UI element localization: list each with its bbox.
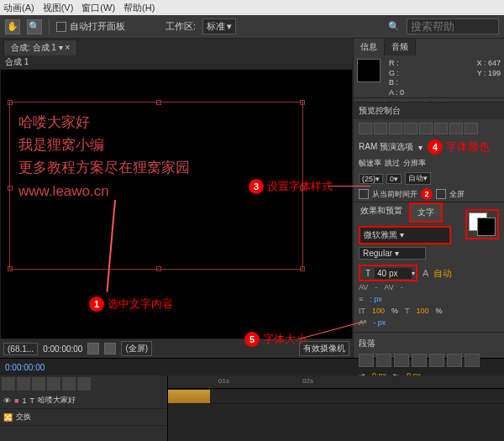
timecode-display[interactable]: 0:00:00:00: [43, 344, 82, 354]
stroke-color[interactable]: [477, 218, 496, 236]
info-panel-tabs: 信息 音频: [354, 39, 504, 55]
handle-icon[interactable]: [300, 100, 305, 105]
auto-open-checkbox[interactable]: 自动打开面板: [56, 20, 125, 33]
next-frame-icon[interactable]: [404, 123, 417, 134]
from-current-checkbox[interactable]: 从当前时间开: [359, 189, 417, 200]
tl-tool-icon[interactable]: [2, 377, 15, 391]
first-frame-icon[interactable]: [359, 123, 372, 134]
menu-view[interactable]: 视图(V): [43, 2, 74, 14]
menu-window[interactable]: 窗口(W): [81, 2, 115, 14]
handle-icon[interactable]: [8, 266, 13, 271]
badge-2: 2: [421, 188, 433, 200]
camera-dropdown[interactable]: 有效摄像机: [299, 341, 349, 356]
fullscreen-checkbox[interactable]: 全屏: [436, 189, 465, 200]
workspace-dropdown[interactable]: 标准 ▾: [202, 18, 236, 34]
font-size-icon: T: [361, 267, 375, 279]
tracking-icon: AV: [384, 283, 393, 291]
last-frame-icon[interactable]: [419, 123, 433, 134]
channel-icon[interactable]: [104, 343, 116, 354]
leading-value[interactable]: 自动: [433, 267, 452, 280]
align-center-icon[interactable]: [376, 354, 391, 367]
handle-icon[interactable]: [8, 186, 13, 191]
switches-row[interactable]: 🔀交换: [0, 409, 167, 426]
checkbox-icon: [56, 22, 66, 32]
comp-tab-active[interactable]: 合成: 合成 1 ▾ ×: [3, 39, 77, 55]
badge-4: 4: [428, 139, 443, 155]
justify-all-icon[interactable]: [465, 354, 480, 367]
leading-icon: A: [423, 268, 428, 278]
hscale-icon: T: [405, 307, 410, 315]
ram-label: RAM 预演选项: [359, 141, 413, 153]
font-size-input[interactable]: T 40 px ▾: [359, 265, 417, 281]
tab-character[interactable]: 文字: [409, 202, 443, 223]
menu-animation[interactable]: 动画(A): [3, 2, 34, 14]
tl-tool-icon[interactable]: [47, 377, 60, 391]
tl-tool-icon[interactable]: [32, 377, 45, 391]
justify-center-icon[interactable]: [429, 354, 444, 367]
menu-help[interactable]: 帮助(H): [123, 2, 155, 14]
align-right-icon[interactable]: [394, 354, 409, 367]
vscale-icon: IT: [359, 307, 365, 315]
search-input[interactable]: [407, 18, 499, 34]
tab-effects[interactable]: 效果和预置: [354, 202, 409, 223]
justify-right-icon[interactable]: [447, 354, 462, 367]
top-toolbar: ✋ 🔍 自动打开面板 工作区: 标准 ▾ 🔍: [0, 15, 504, 39]
tab-audio[interactable]: 音频: [385, 39, 416, 55]
comp-subtab[interactable]: 合成 1: [0, 55, 353, 69]
handle-icon[interactable]: [156, 266, 161, 271]
prev-frame-icon[interactable]: [374, 123, 387, 134]
handle-icon[interactable]: [156, 100, 161, 105]
text-color-picker[interactable]: [465, 209, 499, 239]
kerning-icon: AV: [359, 283, 368, 291]
ram-preview-icon[interactable]: [465, 123, 478, 134]
timeline-timecode[interactable]: 0:00:00:00: [5, 363, 45, 372]
play-icon[interactable]: [389, 123, 402, 134]
badge-1: 1: [89, 297, 104, 312]
snapshot-icon[interactable]: [87, 343, 99, 354]
preview-panel-title: 预览控制台: [354, 102, 504, 119]
play-controls: [354, 119, 504, 138]
tl-tool-icon[interactable]: [62, 377, 76, 391]
justify-left-icon[interactable]: [412, 354, 427, 367]
workspace-label: 工作区:: [165, 20, 196, 33]
composition-viewer[interactable]: 哈喽大家好 我是狸窝小编 更多教程方案尽在狸窝家园 www.leawo.cn 1…: [0, 69, 353, 339]
badge-5: 5: [244, 332, 260, 347]
framerate-dropdown[interactable]: (25)▾: [359, 174, 383, 184]
callout-1: 1选中文字内容: [89, 297, 173, 312]
zoom-tool-icon[interactable]: 🔍: [27, 19, 42, 34]
handle-icon[interactable]: [8, 100, 13, 105]
info-panel: R :G :B :A : 0 X : 647Y : 199: [354, 55, 504, 97]
tab-info[interactable]: 信息: [354, 39, 385, 55]
handle-icon[interactable]: [300, 266, 305, 271]
callout-3: 3设置字体样式: [249, 179, 333, 194]
time-ruler[interactable]: 01s 02s: [168, 375, 504, 389]
callout-4: 4字体颜色: [428, 139, 490, 155]
badge-3: 3: [249, 179, 264, 194]
text-content: 哈喽大家好 我是狸窝小编 更多教程方案尽在狸窝家园 www.leawo.cn: [10, 102, 302, 211]
resolution-dropdown[interactable]: (全屏): [121, 341, 152, 356]
tl-tool-icon[interactable]: [77, 377, 91, 391]
font-style-dropdown[interactable]: Regular ▾: [359, 247, 426, 260]
arrow-annotation: [328, 186, 370, 186]
align-left-icon[interactable]: [359, 354, 374, 367]
mute-icon[interactable]: [434, 123, 448, 134]
hand-tool-icon[interactable]: ✋: [5, 19, 20, 34]
comp-tabs: 合成: 合成 1 ▾ ×: [0, 39, 353, 55]
callout-5: 5字体大小: [244, 332, 307, 347]
res-dropdown[interactable]: 自动▾: [405, 172, 431, 185]
zoom-dropdown[interactable]: (68.1...: [3, 343, 38, 355]
menu-bar: 动画(A) 视图(V) 窗口(W) 帮助(H): [0, 0, 504, 15]
loop-icon[interactable]: [449, 123, 463, 134]
tl-tool-icon[interactable]: [17, 377, 30, 391]
color-swatch: [357, 59, 381, 82]
skip-dropdown[interactable]: 0▾: [386, 174, 402, 184]
layer-clip[interactable]: [168, 390, 210, 403]
paragraph-panel-title: 段落: [359, 336, 499, 351]
font-family-dropdown[interactable]: 微软雅黑 ▾: [359, 226, 451, 244]
layer-row[interactable]: 👁■1T 哈喽大家好: [0, 392, 167, 409]
